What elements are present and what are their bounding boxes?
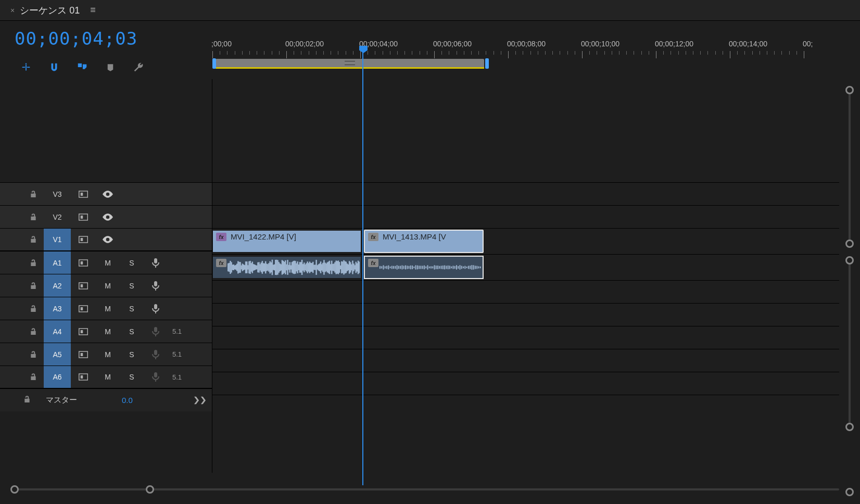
linked-selection-icon[interactable] xyxy=(76,61,88,74)
video-zoom-rail[interactable] xyxy=(849,89,851,245)
ruler-label: 00;00;02;00 xyxy=(285,40,324,48)
audio-track-lane-a5[interactable] xyxy=(212,349,839,372)
lock-icon[interactable] xyxy=(23,206,44,228)
audio-track-lane-a2[interactable] xyxy=(212,280,839,303)
track-target-a1[interactable]: A1 xyxy=(44,251,71,274)
audio-zoom-knob-bottom[interactable] xyxy=(845,423,854,431)
mute-button[interactable]: M xyxy=(96,251,120,274)
track-target-a2[interactable]: A2 xyxy=(44,274,71,297)
solo-button[interactable]: S xyxy=(120,297,144,320)
track-output-icon[interactable] xyxy=(71,343,96,366)
master-volume[interactable]: 0.0 xyxy=(122,396,133,405)
audio-clip[interactable]: fx xyxy=(364,256,483,279)
track-output-icon[interactable] xyxy=(71,183,96,205)
hzoom-left-knob[interactable] xyxy=(10,485,19,494)
playhead-timecode[interactable]: 00;00;04;03 xyxy=(15,28,212,49)
horizontal-zoom-bar[interactable] xyxy=(10,485,839,494)
svg-rect-20 xyxy=(154,327,157,332)
track-output-icon[interactable] xyxy=(71,297,96,320)
eye-icon[interactable] xyxy=(96,183,120,205)
fx-badge-icon[interactable]: fx xyxy=(216,259,226,267)
lock-icon[interactable] xyxy=(23,395,44,406)
snap-icon[interactable] xyxy=(48,61,60,74)
track-output-icon[interactable] xyxy=(71,206,96,228)
sequence-tab-name[interactable]: シーケンス 01 xyxy=(20,4,80,17)
work-area-in-handle[interactable] xyxy=(212,58,216,69)
hzoom-right-knob[interactable] xyxy=(146,485,154,494)
svg-rect-192 xyxy=(451,267,452,269)
mute-button[interactable]: M xyxy=(96,320,120,343)
track-target-a6[interactable]: A6 xyxy=(44,366,71,388)
close-tab-button[interactable]: × xyxy=(10,6,15,15)
solo-button[interactable]: S xyxy=(120,343,144,366)
work-area-out-handle[interactable] xyxy=(485,58,489,69)
work-area-bar[interactable] xyxy=(212,58,860,69)
video-zoom-knob-bottom[interactable] xyxy=(845,240,854,248)
track-output-icon[interactable] xyxy=(71,251,96,274)
voiceover-mic-icon[interactable] xyxy=(144,343,168,366)
track-target-a4[interactable]: A4 xyxy=(44,320,71,343)
lock-icon[interactable] xyxy=(23,229,44,250)
mute-button[interactable]: M xyxy=(96,366,120,388)
lock-icon[interactable] xyxy=(23,320,44,343)
video-track-lane-v2[interactable] xyxy=(212,205,839,228)
video-clip[interactable]: fxMVI_1422.MP4 [V] xyxy=(212,230,361,253)
lock-icon[interactable] xyxy=(23,366,44,388)
svg-rect-154 xyxy=(386,266,387,269)
audio-track-lane-a6[interactable] xyxy=(212,372,839,395)
track-output-icon[interactable] xyxy=(71,320,96,343)
lock-icon[interactable] xyxy=(23,251,44,274)
track-content-area[interactable]: fxMVI_1422.MP4 [V]fxMVI_1413.MP4 [V fxfx xyxy=(212,79,839,473)
voiceover-mic-icon[interactable] xyxy=(144,274,168,297)
video-track-lane-v1[interactable]: fxMVI_1422.MP4 [V]fxMVI_1413.MP4 [V xyxy=(212,228,839,254)
track-target-v3[interactable]: V3 xyxy=(44,183,71,205)
audio-track-lane-a3[interactable] xyxy=(212,303,839,326)
track-target-a3[interactable]: A3 xyxy=(44,297,71,320)
mute-button[interactable]: M xyxy=(96,343,120,366)
fx-badge-icon[interactable]: fx xyxy=(368,259,378,267)
eye-icon[interactable] xyxy=(96,229,120,250)
solo-button[interactable]: S xyxy=(120,274,144,297)
svg-rect-6 xyxy=(79,260,88,266)
voiceover-mic-icon[interactable] xyxy=(144,366,168,388)
solo-button[interactable]: S xyxy=(120,366,144,388)
video-zoom-knob-top[interactable] xyxy=(845,86,854,94)
channel-config xyxy=(168,274,186,297)
wrench-settings-icon[interactable] xyxy=(132,61,145,74)
track-output-icon[interactable] xyxy=(71,274,96,297)
voiceover-mic-icon[interactable] xyxy=(144,251,168,274)
voiceover-mic-icon[interactable] xyxy=(144,297,168,320)
tab-menu-button[interactable]: ≡ xyxy=(90,5,96,16)
audio-zoom-rail[interactable] xyxy=(849,259,851,426)
lock-icon[interactable] xyxy=(23,183,44,205)
lock-icon[interactable] xyxy=(23,274,44,297)
track-target-a5[interactable]: A5 xyxy=(44,343,71,366)
insert-overwrite-icon[interactable] xyxy=(20,61,32,74)
mute-button[interactable]: M xyxy=(96,297,120,320)
video-track-lane-v3[interactable] xyxy=(212,182,839,205)
track-target-v2[interactable]: V2 xyxy=(44,206,71,228)
track-target-v1[interactable]: V1 xyxy=(44,229,71,250)
master-output-icon[interactable] xyxy=(188,389,212,411)
fx-badge-icon[interactable]: fx xyxy=(216,233,226,241)
mute-button[interactable]: M xyxy=(96,274,120,297)
audio-zoom-knob-top[interactable] xyxy=(845,256,854,264)
playhead[interactable] xyxy=(362,50,363,485)
fx-badge-icon[interactable]: fx xyxy=(368,233,378,241)
track-output-icon[interactable] xyxy=(71,229,96,250)
solo-button[interactable]: S xyxy=(120,251,144,274)
audio-clip[interactable]: fx xyxy=(212,256,361,279)
audio-track-lane-a4[interactable] xyxy=(212,326,839,349)
lock-icon[interactable] xyxy=(23,343,44,366)
solo-button[interactable]: S xyxy=(120,320,144,343)
eye-icon[interactable] xyxy=(96,206,120,228)
hzoom-end-knob[interactable] xyxy=(845,488,854,496)
audio-track-lane-a1[interactable]: fxfx xyxy=(212,254,839,280)
voiceover-mic-icon[interactable] xyxy=(144,320,168,343)
marker-icon[interactable] xyxy=(104,61,117,74)
time-ruler[interactable]: ;00;0000;00;02;0000;00;04;0000;00;06;000… xyxy=(212,40,860,55)
track-headers: V3V2V1 A1MSA2MSA3MSA4MS5.1A5MS5.1A6MS5.1… xyxy=(0,79,212,473)
lock-icon[interactable] xyxy=(23,297,44,320)
video-clip[interactable]: fxMVI_1413.MP4 [V xyxy=(364,230,483,253)
track-output-icon[interactable] xyxy=(71,366,96,388)
